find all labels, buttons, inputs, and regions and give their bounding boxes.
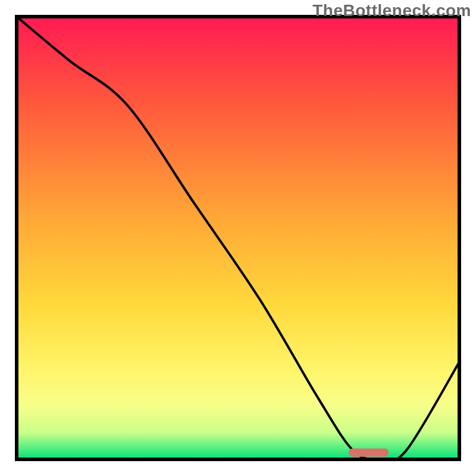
watermark-text: TheBottleneck.com (312, 1, 471, 20)
optimal-range-marker (349, 449, 389, 457)
plot-area (17, 17, 459, 461)
chart-frame: TheBottleneck.com (0, 0, 476, 476)
bottleneck-chart (0, 0, 476, 476)
gradient-background (17, 17, 459, 459)
